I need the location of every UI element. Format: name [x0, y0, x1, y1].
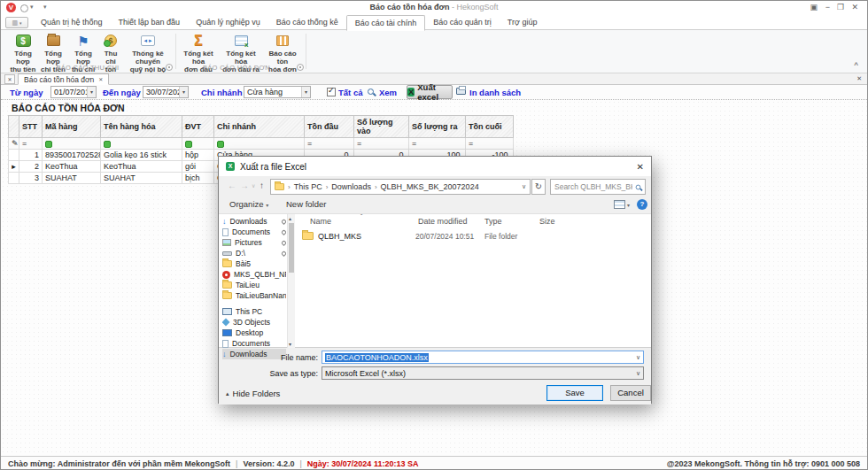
hide-folders-button[interactable]: ▴ Hide Folders	[226, 389, 280, 398]
view-selector[interactable]: ▾	[614, 200, 630, 209]
sidebar-item-this-pc[interactable]: This PC	[222, 306, 286, 317]
scroll-down-icon[interactable]: ▾	[289, 341, 291, 347]
breadcrumb-current-folder[interactable]: QLBH_MKS_BK_20072024	[381, 182, 479, 191]
address-dropdown-icon[interactable]: ∨	[522, 183, 526, 190]
scroll-up-icon[interactable]: ▴	[289, 215, 291, 221]
sidebar-item-documents[interactable]: Documents	[222, 338, 286, 349]
cell-stt[interactable]: 3	[19, 173, 43, 184]
dialog-title-bar[interactable]: X Xuất ra file Excel ✕	[219, 157, 651, 176]
menu-tab-thiet-lap-ban-dau[interactable]: Thiết lập ban đầu	[111, 15, 189, 30]
col-header-stt[interactable]: STT	[19, 116, 43, 138]
from-date-caret-icon[interactable]: ▾	[87, 87, 96, 97]
minimize-button[interactable]: −	[825, 3, 830, 12]
cell-dvt[interactable]: gói	[182, 161, 214, 173]
cell-ten[interactable]: KeoThua	[101, 161, 182, 173]
filter-cell-ma-hang[interactable]	[43, 138, 101, 150]
filter-cell-ton-cuoi[interactable]: =	[466, 138, 514, 150]
sidebar-item-mks-qlbh-npp[interactable]: MKS_QLBH_NPP	[222, 269, 286, 280]
all-checkbox-label[interactable]: Tất cả	[338, 88, 362, 97]
sidebar-item-3d-objects[interactable]: 3D Objects	[222, 317, 286, 327]
sidebar-item-desktop[interactable]: Desktop	[222, 327, 286, 338]
col-header-ten-hang-hoa[interactable]: Tên hàng hóa	[101, 116, 182, 138]
col-header-dvt[interactable]: ĐVT	[182, 116, 214, 138]
cell-dvt[interactable]: bịch	[182, 173, 214, 184]
sidebar-item-tailieubannang[interactable]: TaiLieuBanNang(	[222, 290, 286, 301]
cell-ma-hang[interactable]: SUAHAT	[43, 173, 101, 184]
cell-stt[interactable]: 2	[19, 161, 43, 173]
help-icon[interactable]: ?	[637, 199, 647, 210]
doc-tab-close-icon[interactable]: ✕	[98, 76, 103, 82]
list-column-date-modified[interactable]: Date modified	[418, 217, 468, 226]
dialog-close-icon[interactable]: ✕	[637, 162, 644, 172]
cell-ten[interactable]: Golia kẹo 16 stick	[101, 150, 182, 161]
menu-tab-bao-cao-thong-ke[interactable]: Báo cáo thống kê	[268, 15, 346, 30]
file-name-dropdown-icon[interactable]: ∨	[636, 354, 640, 361]
group-dialog-launcher-icon[interactable]	[297, 64, 304, 71]
sidebar-item-documents-pinned[interactable]: Documents	[222, 227, 286, 237]
filter-cell-ton-dau[interactable]: =	[305, 138, 354, 150]
sidebar-item-d-drive[interactable]: D:\	[222, 248, 286, 258]
cell-stt[interactable]: 1	[19, 150, 43, 161]
cell-ten[interactable]: SUAHAT	[101, 173, 182, 184]
close-all-tabs-button[interactable]: ✕	[4, 74, 15, 84]
breadcrumb-downloads[interactable]: Downloads	[331, 182, 371, 191]
filter-cell-stt[interactable]: =	[19, 138, 43, 150]
menu-tab-quan-ly-nghiep-vu[interactable]: Quản lý nghiệp vụ	[188, 15, 268, 30]
menu-tab-quan-tri-he-thong[interactable]: Quản trị hệ thống	[33, 15, 111, 30]
col-header-ton-dau[interactable]: Tồn đầu	[305, 116, 354, 138]
sidebar-item-tailieu[interactable]: TaiLieu	[222, 280, 286, 290]
sidebar-item-pictures-pinned[interactable]: Pictures	[222, 237, 286, 248]
save-type-dropdown-icon[interactable]: ∨	[636, 370, 640, 377]
file-name-input[interactable]: BAOCAOTONHOADON.xlsx ∨	[322, 351, 644, 364]
col-header-chi-nhanh[interactable]: Chi nhánh	[214, 116, 305, 138]
cancel-button[interactable]: Cancel	[610, 385, 651, 401]
sidebar-item-bai5[interactable]: Bài5	[222, 258, 286, 269]
menu-tab-tro-giup[interactable]: Trợ giúp	[500, 15, 546, 30]
refresh-button[interactable]: ↻	[531, 179, 546, 195]
sidebar-scrollbar[interactable]: ▴ ▾	[287, 214, 295, 348]
doc-tab-bao-cao-ton-hoa-don[interactable]: Báo cáo tồn hóa đơn ✕	[18, 73, 109, 85]
list-column-type[interactable]: Type	[484, 217, 502, 226]
list-column-size[interactable]: Size	[539, 217, 555, 226]
up-icon[interactable]: ↑	[260, 181, 264, 190]
col-header-ma-hang[interactable]: Mã hàng	[43, 116, 101, 138]
tab-bar-close-icon[interactable]: ✕	[856, 75, 862, 82]
branch-caret-icon[interactable]: ▾	[301, 87, 310, 97]
filter-cell-dvt[interactable]	[182, 138, 214, 150]
filter-cell-ten[interactable]	[101, 138, 182, 150]
recent-locations-icon[interactable]: ∨	[252, 182, 255, 189]
cell-ma-hang[interactable]: KeoThua	[43, 161, 101, 173]
from-date-input[interactable]: 01/07/2019 ▾	[50, 86, 97, 98]
scrollbar-thumb[interactable]	[289, 223, 294, 273]
forward-icon[interactable]: →	[240, 181, 249, 190]
organize-menu[interactable]: Organize ▾	[229, 199, 268, 209]
list-column-name[interactable]: Name	[310, 217, 331, 226]
save-type-select[interactable]: Microsoft Excel (*.xlsx) ∨	[322, 366, 644, 380]
export-excel-button[interactable]: X Xuất excel	[407, 85, 453, 99]
address-breadcrumb[interactable]: › This PC › Downloads › QLBH_MKS_BK_2007…	[270, 179, 531, 195]
ribbon-collapse-icon[interactable]: ^	[854, 61, 858, 69]
search-box[interactable]: Search QLBH_MKS_BK_200720...	[550, 179, 646, 195]
file-row-qlbh-mks[interactable]: QLBH_MKS 20/07/2024 10:51 File folder	[302, 230, 647, 242]
save-button[interactable]: Save	[546, 385, 603, 401]
view-button[interactable]: Xem	[379, 88, 397, 97]
filter-cell-slv[interactable]: =	[354, 138, 409, 150]
app-menu-button[interactable]: ▥ ▾	[5, 17, 28, 28]
restore-button[interactable]: ❐	[837, 3, 844, 12]
breadcrumb-this-pc[interactable]: This PC	[294, 182, 322, 191]
group-dialog-launcher-icon[interactable]	[166, 64, 173, 71]
screen-mode-button[interactable]: ▣	[810, 3, 818, 12]
all-checkbox[interactable]: ✓	[327, 88, 336, 96]
col-header-so-luong-ra[interactable]: Số lượng ra	[409, 116, 466, 138]
sidebar-item-downloads-pinned[interactable]: ↓Downloads	[222, 216, 286, 227]
print-list-button[interactable]: In danh sách	[469, 88, 521, 97]
col-header-so-luong-vao[interactable]: Số lượng vào	[354, 116, 409, 138]
filter-cell-chi-nhanh[interactable]	[214, 138, 305, 150]
branch-select[interactable]: Cửa hàng ▾	[244, 86, 311, 98]
new-folder-button[interactable]: New folder	[286, 199, 326, 209]
close-button[interactable]: ✕	[851, 3, 858, 12]
menu-tab-bao-cao-quan-tri[interactable]: Báo cáo quản trị	[425, 15, 500, 30]
cell-ma-hang[interactable]: 8935001702528	[43, 150, 101, 161]
menu-tab-bao-cao-tai-chinh[interactable]: Báo cáo tài chính	[346, 15, 426, 31]
to-date-caret-icon[interactable]: ▾	[179, 87, 188, 97]
